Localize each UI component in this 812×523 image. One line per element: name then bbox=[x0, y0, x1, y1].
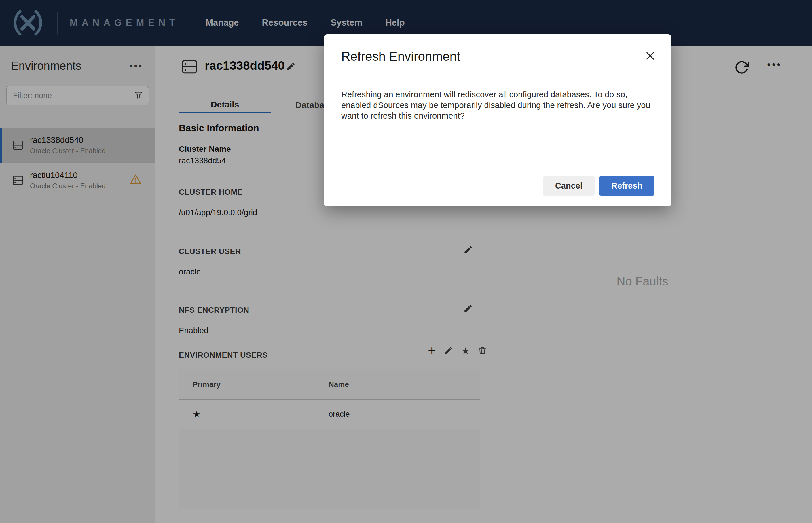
close-icon bbox=[645, 50, 656, 61]
cancel-button[interactable]: Cancel bbox=[543, 176, 595, 196]
modal-close-button[interactable] bbox=[645, 50, 656, 62]
application-root: MANAGEMENT Manage Resources System Help … bbox=[0, 0, 812, 523]
refresh-button[interactable]: Refresh bbox=[599, 176, 654, 196]
modal-body: Refreshing an environment will rediscove… bbox=[324, 76, 671, 121]
modal-header: Refresh Environment bbox=[324, 34, 671, 76]
refresh-environment-modal: Refresh Environment Refreshing an enviro… bbox=[324, 34, 671, 206]
modal-footer: Cancel Refresh bbox=[543, 176, 654, 196]
modal-title: Refresh Environment bbox=[341, 49, 654, 64]
modal-message: Refreshing an environment will rediscove… bbox=[341, 89, 653, 121]
